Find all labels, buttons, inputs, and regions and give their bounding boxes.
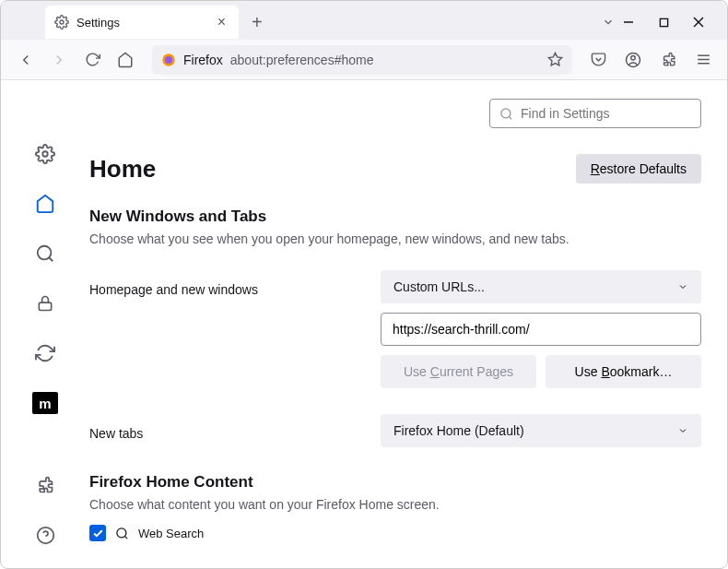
svg-point-13 — [42, 151, 48, 157]
sidebar-item-home[interactable] — [29, 187, 62, 220]
sidebar-item-extensions[interactable] — [29, 468, 62, 502]
sidebar-item-search[interactable] — [29, 237, 62, 270]
svg-marker-7 — [548, 53, 561, 65]
mozilla-icon: m — [32, 392, 58, 414]
find-in-settings[interactable] — [489, 99, 701, 128]
svg-line-20 — [509, 116, 511, 119]
back-button[interactable] — [12, 46, 40, 74]
account-icon[interactable] — [620, 47, 646, 73]
window-controls — [622, 16, 720, 29]
svg-point-21 — [117, 528, 126, 537]
address-bar[interactable]: Firefox about:preferences#home — [152, 45, 572, 75]
menu-icon[interactable] — [690, 47, 716, 73]
search-icon — [115, 527, 129, 540]
use-bookmark-button[interactable]: Use Bookmark… — [546, 355, 701, 388]
new-tab-button[interactable]: + — [244, 8, 270, 37]
homepage-select[interactable]: Custom URLs... — [381, 270, 701, 303]
websearch-label: Web Search — [138, 527, 204, 540]
firefox-logo-icon — [161, 53, 176, 67]
use-current-pages-button[interactable]: Use Current Pages — [381, 355, 536, 388]
newtabs-select[interactable]: Firefox Home (Default) — [381, 414, 701, 447]
sidebar-item-mozilla[interactable]: m — [29, 386, 62, 420]
chevron-down-icon — [677, 425, 688, 436]
sidebar-item-help[interactable] — [29, 518, 62, 551]
page-title: Home — [89, 155, 156, 184]
check-icon — [92, 528, 104, 539]
search-icon — [499, 107, 513, 121]
gear-icon — [54, 15, 69, 30]
section2-description: Choose what content you want on your Fir… — [89, 497, 701, 512]
sidebar-item-privacy[interactable] — [29, 287, 62, 320]
tab-title: Settings — [76, 16, 206, 30]
window-close-button[interactable] — [692, 16, 705, 29]
home-button[interactable] — [112, 46, 139, 74]
websearch-checkbox[interactable] — [89, 525, 106, 541]
urlbar-url: about:preferences#home — [230, 53, 540, 67]
sidebar-item-sync[interactable] — [29, 337, 62, 370]
toolbar: Firefox about:preferences#home — [1, 40, 727, 80]
svg-point-0 — [60, 20, 64, 24]
homepage-label: Homepage and new windows — [89, 277, 381, 297]
section-heading-home-content: Firefox Home Content — [89, 473, 701, 492]
urlbar-prefix: Firefox — [183, 53, 223, 67]
browser-tab[interactable]: Settings × — [45, 6, 239, 39]
maximize-button[interactable] — [657, 16, 670, 29]
svg-line-15 — [49, 257, 53, 261]
svg-line-22 — [124, 536, 127, 539]
homepage-url-input[interactable] — [381, 313, 701, 346]
settings-sidebar: m — [1, 80, 89, 569]
svg-point-9 — [631, 55, 636, 60]
sidebar-item-general[interactable] — [29, 137, 62, 171]
svg-point-6 — [165, 56, 172, 64]
tab-bar: Settings × + — [1, 1, 727, 40]
find-input[interactable] — [521, 106, 691, 121]
forward-button[interactable] — [45, 46, 73, 74]
bookmark-star-icon[interactable] — [547, 52, 563, 67]
section-heading-new-windows: New Windows and Tabs — [89, 207, 701, 226]
extensions-icon[interactable] — [655, 47, 681, 73]
newtabs-label: New tabs — [89, 421, 381, 441]
svg-point-19 — [501, 108, 511, 117]
main-content: Home Restore Defaults New Windows and Ta… — [89, 80, 727, 569]
section-description: Choose what you see when you open your h… — [89, 231, 701, 246]
chevron-down-icon — [677, 281, 688, 292]
close-icon[interactable]: × — [214, 14, 229, 30]
pocket-icon[interactable] — [585, 47, 611, 73]
chevron-down-icon[interactable] — [594, 12, 622, 32]
minimize-button[interactable] — [622, 16, 635, 29]
svg-point-14 — [38, 246, 52, 260]
restore-defaults-button[interactable]: Restore Defaults — [576, 154, 701, 184]
svg-rect-16 — [39, 302, 51, 310]
reload-button[interactable] — [78, 46, 106, 74]
svg-rect-2 — [660, 18, 667, 26]
